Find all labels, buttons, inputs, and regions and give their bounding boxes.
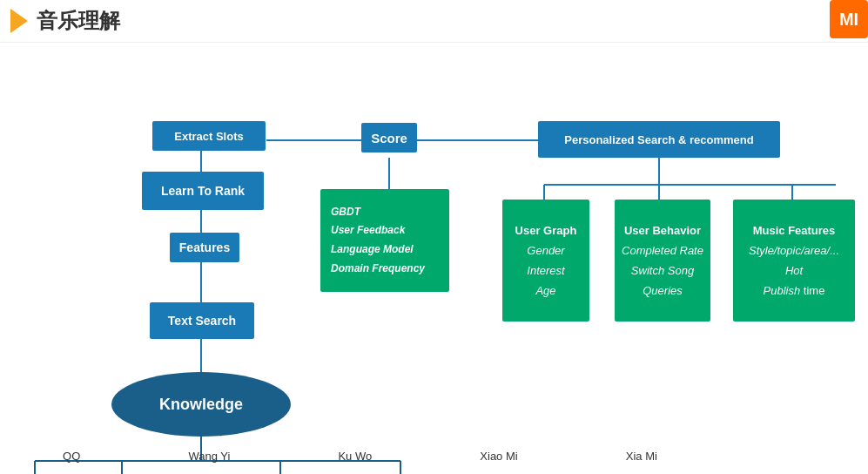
diagram: Extract Slots Learn To Rank Features Tex… [0, 43, 868, 474]
mi-logo: MI [830, 0, 868, 38]
label-xiami: Xia Mi [626, 450, 657, 463]
extract-slots-box: Extract Slots [152, 121, 266, 151]
header: 音乐理解 MI [0, 0, 868, 43]
label-kuwo: Ku Wo [338, 450, 372, 463]
knowledge-ellipse: Knowledge [111, 372, 291, 437]
gbdt-box: GBDT User Feedback Language Model Domain… [320, 189, 449, 292]
page-title: 音乐理解 [37, 7, 120, 35]
learn-to-rank-box: Learn To Rank [142, 172, 264, 210]
user-behavior-box: User Behavior Completed Rate Switch Song… [615, 200, 710, 322]
user-graph-box: User Graph Gender Interest Age [502, 200, 589, 322]
label-wangyi: Wang Yi [188, 450, 230, 463]
bottom-labels: QQ Wang Yi Ku Wo Xiao Mi Xia Mi [0, 450, 868, 463]
triangle-icon [10, 9, 28, 33]
text-search-box: Text Search [150, 302, 254, 339]
label-xiaomi: Xiao Mi [480, 450, 517, 463]
personalized-box: Personalized Search & recommend [538, 121, 780, 158]
label-qq: QQ [63, 450, 80, 463]
music-features-box: Music Features Style/topic/area/... Hot … [733, 200, 855, 322]
score-box: Score [361, 123, 417, 152]
features-box: Features [170, 233, 239, 262]
